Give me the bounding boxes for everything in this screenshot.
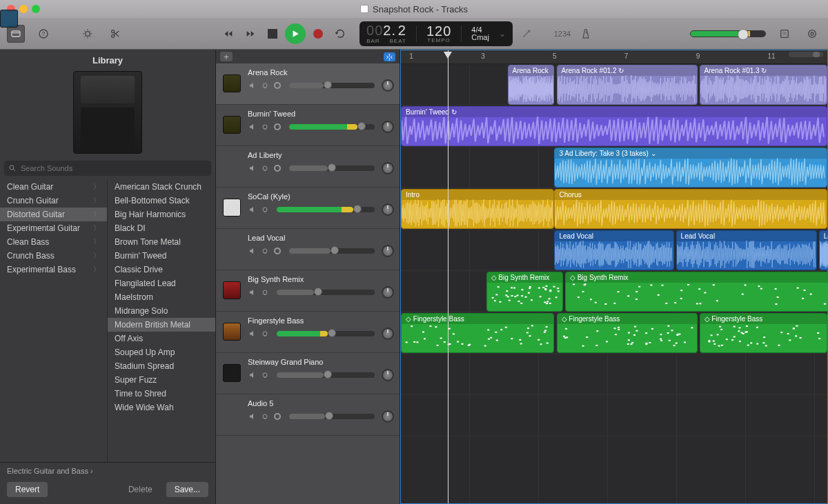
track-lane[interactable]: Lead VocalLead VocalLead xyxy=(401,230,827,271)
solo-button[interactable] xyxy=(260,122,270,132)
track-lane[interactable]: ◇ Fingerstyle Bass◇ Fingerstyle Bass◇ Fi… xyxy=(401,312,827,354)
solo-button[interactable] xyxy=(260,288,270,297)
volume-slider[interactable] xyxy=(289,414,375,419)
help-button[interactable]: ? xyxy=(34,25,52,43)
cycle-button[interactable] xyxy=(331,26,350,41)
library-item[interactable]: Stadium Spread xyxy=(108,359,215,373)
lcd-display[interactable]: 002. 2 BAR BEAT 120 TEMPO 4/4 Cmaj ⌄ xyxy=(359,21,513,46)
save-button[interactable]: Save... xyxy=(166,482,208,497)
horizontal-scrollbar[interactable] xyxy=(789,52,823,57)
library-item[interactable]: Experimental Bass〉 xyxy=(0,263,107,276)
zoom-window[interactable] xyxy=(32,5,40,13)
rewind-button[interactable] xyxy=(219,26,238,41)
volume-slider[interactable] xyxy=(277,331,375,336)
ruler[interactable]: 1357911 xyxy=(401,50,827,64)
track-header[interactable]: Audio 5 xyxy=(216,394,400,436)
region[interactable]: Arena Rock #01.3 ↻ xyxy=(700,65,827,105)
region[interactable]: Lead Vocal xyxy=(554,230,673,270)
library-item[interactable]: Flangilated Lead xyxy=(108,276,215,290)
library-item[interactable]: Brown Tone Metal xyxy=(108,235,215,249)
record-button[interactable] xyxy=(308,26,328,41)
track-lane[interactable] xyxy=(401,395,827,436)
library-breadcrumb[interactable]: Electric Guitar and Bass › xyxy=(0,462,215,478)
library-item[interactable]: Experimental Guitar〉 xyxy=(0,221,107,235)
scissors-tool[interactable] xyxy=(106,25,124,43)
library-item[interactable]: Clean Guitar〉 xyxy=(0,180,107,194)
mute-button[interactable] xyxy=(248,329,257,339)
library-item[interactable]: Crunch Bass〉 xyxy=(0,249,107,263)
library-item[interactable]: Crunch Guitar〉 xyxy=(0,194,107,208)
mute-button[interactable] xyxy=(248,412,257,421)
library-column-patches[interactable]: American Stack CrunchBell-Bottomed Stack… xyxy=(108,180,215,462)
solo-button[interactable] xyxy=(260,81,270,90)
library-item[interactable]: Souped Up Amp xyxy=(108,345,215,359)
pan-knob[interactable] xyxy=(382,79,394,92)
library-item[interactable]: Clean Bass〉 xyxy=(0,235,107,249)
region[interactable]: ◇ Big Synth Remix xyxy=(565,272,828,312)
record-enable[interactable] xyxy=(273,412,282,421)
library-item[interactable]: Modern British Metal xyxy=(108,318,215,332)
chevron-down-icon[interactable]: ⌄ xyxy=(651,150,656,157)
mute-button[interactable] xyxy=(248,288,257,297)
tuner-button[interactable] xyxy=(517,26,536,41)
library-item[interactable]: Off Axis xyxy=(108,332,215,345)
mute-button[interactable] xyxy=(248,163,257,173)
region[interactable]: ◇ Fingerstyle Bass xyxy=(700,313,827,353)
region[interactable]: Lead Vocal xyxy=(676,230,817,270)
add-track-button[interactable]: ＋ xyxy=(220,52,233,61)
solo-button[interactable] xyxy=(260,329,270,339)
search-input[interactable] xyxy=(21,164,207,172)
volume-slider[interactable] xyxy=(289,83,375,88)
record-enable[interactable] xyxy=(273,246,282,256)
track-header[interactable]: Ad Liberty xyxy=(216,146,400,188)
track-lane[interactable]: 3 Ad Liberty: Take 3 (3 takes) ⌄ xyxy=(401,147,827,188)
library-item[interactable]: Maelstrom xyxy=(108,290,215,304)
track-header[interactable]: Steinway Grand Piano xyxy=(216,353,400,394)
zoom-thumb[interactable] xyxy=(813,52,820,57)
volume-slider[interactable] xyxy=(289,165,375,171)
play-button[interactable] xyxy=(285,23,306,44)
notepad-button[interactable] xyxy=(776,25,793,43)
volume-slider[interactable] xyxy=(277,207,375,212)
solo-button[interactable] xyxy=(260,163,270,173)
pan-knob[interactable] xyxy=(382,369,394,381)
volume-slider[interactable] xyxy=(277,372,375,378)
solo-button[interactable] xyxy=(260,412,270,421)
library-item[interactable]: Burnin' Tweed xyxy=(108,249,215,263)
library-item[interactable]: Time to Shred xyxy=(108,387,215,401)
pan-knob[interactable] xyxy=(382,245,394,257)
mute-button[interactable] xyxy=(248,246,257,256)
forward-button[interactable] xyxy=(241,26,260,41)
pan-knob[interactable] xyxy=(382,121,394,133)
track-header[interactable]: Arena Rock xyxy=(216,63,400,105)
library-item[interactable]: Super Fuzz xyxy=(108,373,215,387)
volume-slider[interactable] xyxy=(277,290,375,295)
mute-button[interactable] xyxy=(248,122,257,132)
library-column-categories[interactable]: Clean Guitar〉Crunch Guitar〉Distorted Gui… xyxy=(0,180,108,462)
pan-knob[interactable] xyxy=(382,203,394,216)
region[interactable]: ◇ Fingerstyle Bass xyxy=(557,313,698,353)
stop-button[interactable] xyxy=(263,26,282,41)
count-in-button[interactable]: 1234 xyxy=(553,26,572,41)
master-volume[interactable] xyxy=(690,30,766,37)
library-item[interactable]: Midrange Solo xyxy=(108,304,215,318)
region[interactable]: ◇ Big Synth Remix xyxy=(486,272,563,312)
track-header[interactable]: Burnin' Tweed xyxy=(216,105,400,146)
region[interactable]: Lead xyxy=(819,230,828,270)
library-item[interactable]: Bell-Bottomed Stack xyxy=(108,194,215,208)
pan-knob[interactable] xyxy=(382,410,394,423)
library-item[interactable]: Wide Wide Wah xyxy=(108,401,215,414)
pan-knob[interactable] xyxy=(382,327,394,340)
library-item[interactable]: Classic Drive xyxy=(108,263,215,276)
revert-button[interactable]: Revert xyxy=(7,482,48,497)
record-enable[interactable] xyxy=(273,122,282,132)
display-settings[interactable] xyxy=(79,25,97,43)
region[interactable]: Arena Rock #01.2 ↻ xyxy=(557,65,698,105)
track-lane[interactable]: ◇ Big Synth Remix◇ Big Synth Remix xyxy=(401,271,827,312)
delete-button[interactable]: Delete xyxy=(120,482,161,497)
volume-slider[interactable] xyxy=(289,248,375,254)
solo-button[interactable] xyxy=(260,370,270,380)
track-header[interactable]: Big Synth Remix xyxy=(216,270,400,312)
pan-knob[interactable] xyxy=(382,162,394,174)
library-item[interactable]: Distorted Guitar〉 xyxy=(0,208,107,221)
